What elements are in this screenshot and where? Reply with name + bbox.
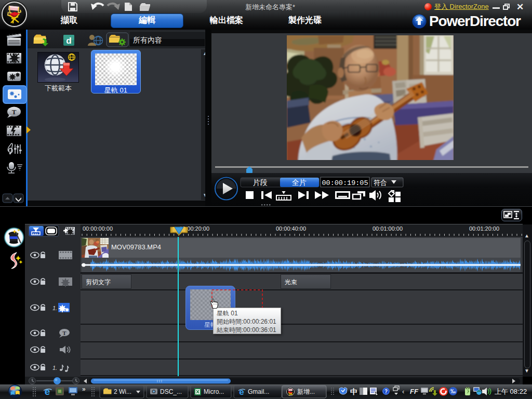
svg-text:所有內容: 所有內容 xyxy=(133,36,162,44)
svg-text:e: e xyxy=(45,386,50,397)
svg-text:2 Wi...: 2 Wi... xyxy=(114,388,131,395)
svg-text:Gmail...: Gmail... xyxy=(248,388,269,395)
svg-text:00:01:00:00: 00:01:00:00 xyxy=(373,225,403,232)
svg-text:全片: 全片 xyxy=(292,178,307,187)
svg-text:00:00:40:00: 00:00:40:00 xyxy=(276,225,306,232)
svg-text:?: ? xyxy=(384,389,388,394)
svg-text:00:00:19:05: 00:00:19:05 xyxy=(322,179,368,187)
svg-text:00:00:00:00: 00:00:00:00 xyxy=(83,225,113,232)
svg-text:DSC_...: DSC_... xyxy=(160,388,182,395)
svg-text:T: T xyxy=(12,108,17,116)
svg-text:符合: 符合 xyxy=(374,179,387,187)
svg-text:‹: ‹ xyxy=(402,388,404,395)
svg-text:Micro...: Micro... xyxy=(204,388,224,395)
svg-text:d: d xyxy=(66,36,71,46)
svg-text:新增...: 新增... xyxy=(297,388,315,395)
svg-text:e: e xyxy=(239,387,244,397)
svg-text:上午 08:22: 上午 08:22 xyxy=(495,388,527,395)
svg-text:片段: 片段 xyxy=(253,178,268,187)
svg-text:00:01:20:00: 00:01:20:00 xyxy=(469,225,499,232)
svg-text:»: » xyxy=(82,385,86,393)
svg-text:‰: ‰ xyxy=(450,389,456,394)
svg-text:中: 中 xyxy=(350,388,357,396)
svg-text:FF: FF xyxy=(410,388,419,395)
